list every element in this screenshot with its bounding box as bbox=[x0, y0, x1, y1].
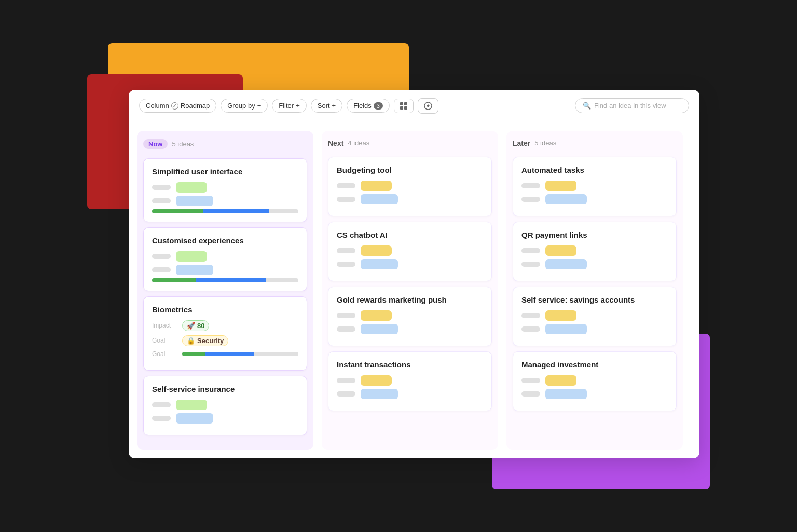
goal-label: Goal bbox=[152, 337, 178, 344]
card-row bbox=[521, 181, 668, 191]
card-title: Budgeting tool bbox=[337, 166, 483, 174]
pill-gray bbox=[521, 326, 540, 332]
filter-label: Filter bbox=[279, 102, 294, 110]
card-title: Customised experiences bbox=[152, 236, 298, 245]
column-next-header: Next 4 ideas bbox=[328, 137, 492, 152]
pill-gray bbox=[337, 378, 355, 383]
column-button[interactable]: Column ✓ Roadmap bbox=[139, 99, 216, 113]
next-label: Next bbox=[328, 139, 343, 147]
column-now: Now 5 ideas Simplified user interface bbox=[137, 131, 313, 450]
progress-row bbox=[152, 278, 298, 282]
card-customised-exp[interactable]: Customised experiences bbox=[143, 227, 307, 291]
card-self-service-savings[interactable]: Self service: savings accounts bbox=[513, 287, 677, 346]
pill-blue bbox=[176, 196, 213, 206]
column-later: Later 5 ideas Automated tasks bbox=[506, 131, 683, 450]
card-self-service-insurance[interactable]: Self-service insurance bbox=[143, 376, 307, 435]
card-title: Automated tasks bbox=[521, 166, 668, 174]
column-next: Next 4 ideas Budgeting tool bbox=[322, 131, 498, 450]
fields-label: Fields bbox=[353, 102, 372, 110]
sort-plus-icon: + bbox=[332, 102, 336, 110]
scene: Column ✓ Roadmap Group by + Filter + Sor… bbox=[87, 43, 710, 489]
card-qr-payment[interactable]: QR payment links bbox=[513, 222, 677, 281]
fields-badge: 3 bbox=[374, 102, 383, 110]
pill-gray bbox=[152, 402, 171, 407]
progress-blue bbox=[196, 278, 266, 282]
card-simplified-ui[interactable]: Simplified user interface bbox=[143, 158, 307, 222]
progress-blue bbox=[203, 209, 269, 213]
pill-gray bbox=[152, 254, 171, 259]
pill-gray bbox=[337, 197, 355, 202]
card-row bbox=[337, 259, 483, 269]
impact-value: 80 bbox=[197, 322, 204, 330]
pill-yellow bbox=[361, 245, 392, 256]
progress-track bbox=[152, 278, 298, 282]
pill-gray bbox=[152, 267, 171, 272]
card-managed-investment[interactable]: Managed investment bbox=[513, 351, 677, 411]
card-title: Self-service insurance bbox=[152, 385, 298, 393]
card-row bbox=[521, 310, 668, 321]
impact-badge: 🚀 80 bbox=[182, 320, 209, 331]
group-by-button[interactable]: Group by + bbox=[221, 99, 268, 113]
pill-gray bbox=[337, 262, 355, 267]
card-cs-chatbot[interactable]: CS chatbot AI bbox=[328, 222, 492, 281]
card-gold-rewards[interactable]: Gold rewards marketing push bbox=[328, 287, 492, 346]
card-row bbox=[521, 375, 668, 386]
card-title: Instant transactions bbox=[337, 360, 483, 369]
card-row bbox=[521, 194, 668, 204]
pill-yellow bbox=[545, 245, 576, 256]
svg-rect-2 bbox=[400, 106, 403, 110]
card-row bbox=[152, 413, 298, 424]
layout-icon-button[interactable] bbox=[394, 99, 414, 113]
later-count: 5 ideas bbox=[534, 139, 556, 147]
card-row bbox=[152, 196, 298, 206]
board: Now 5 ideas Simplified user interface bbox=[129, 122, 699, 458]
search-box[interactable]: 🔍 Find an idea in this view bbox=[575, 98, 689, 113]
pill-gray bbox=[152, 198, 171, 203]
card-row bbox=[152, 251, 298, 262]
pill-blue-wide bbox=[545, 259, 587, 269]
pill-yellow bbox=[545, 375, 576, 386]
ai-icon bbox=[423, 101, 433, 111]
card-row bbox=[521, 245, 668, 256]
rocket-icon: 🚀 bbox=[187, 322, 195, 330]
pill-blue-wide bbox=[545, 194, 587, 204]
pill-blue bbox=[361, 259, 398, 269]
card-title: Biometrics bbox=[152, 305, 298, 314]
sort-button[interactable]: Sort + bbox=[311, 99, 342, 113]
pill-gray bbox=[521, 248, 540, 253]
card-instant-transactions[interactable]: Instant transactions bbox=[328, 351, 492, 411]
group-by-label: Group by bbox=[227, 102, 255, 110]
pill-yellow bbox=[545, 181, 576, 191]
pill-green bbox=[176, 400, 207, 410]
next-count: 4 ideas bbox=[348, 139, 369, 147]
pill-gray bbox=[152, 185, 171, 190]
pill-yellow bbox=[361, 375, 392, 386]
card-title: CS chatbot AI bbox=[337, 230, 483, 239]
pill-gray bbox=[521, 391, 540, 397]
card-automated-tasks[interactable]: Automated tasks bbox=[513, 157, 677, 216]
card-title: Simplified user interface bbox=[152, 167, 298, 176]
ai-icon-button[interactable] bbox=[418, 98, 438, 114]
sort-label: Sort bbox=[318, 102, 330, 110]
main-window: Column ✓ Roadmap Group by + Filter + Sor… bbox=[129, 90, 699, 458]
pill-gray bbox=[521, 262, 540, 267]
card-budgeting-tool[interactable]: Budgeting tool bbox=[328, 157, 492, 216]
pill-yellow bbox=[361, 181, 392, 191]
lock-icon: 🔒 bbox=[187, 337, 195, 345]
pill-gray bbox=[337, 391, 355, 397]
fields-button[interactable]: Fields 3 bbox=[347, 99, 390, 113]
card-biometrics[interactable]: Biometrics Impact 🚀 80 Goal 🔒 Security bbox=[143, 296, 307, 371]
pill-yellow bbox=[361, 310, 392, 321]
filter-button[interactable]: Filter + bbox=[272, 99, 306, 113]
later-label: Later bbox=[513, 139, 530, 147]
card-row bbox=[337, 310, 483, 321]
progress-track bbox=[182, 352, 298, 356]
pill-blue bbox=[176, 413, 213, 424]
pill-gray bbox=[337, 183, 355, 188]
layout-icon bbox=[400, 102, 408, 110]
card-row bbox=[337, 245, 483, 256]
search-icon: 🔍 bbox=[583, 102, 591, 110]
card-row bbox=[337, 389, 483, 399]
card-row bbox=[337, 324, 483, 334]
card-row bbox=[337, 181, 483, 191]
